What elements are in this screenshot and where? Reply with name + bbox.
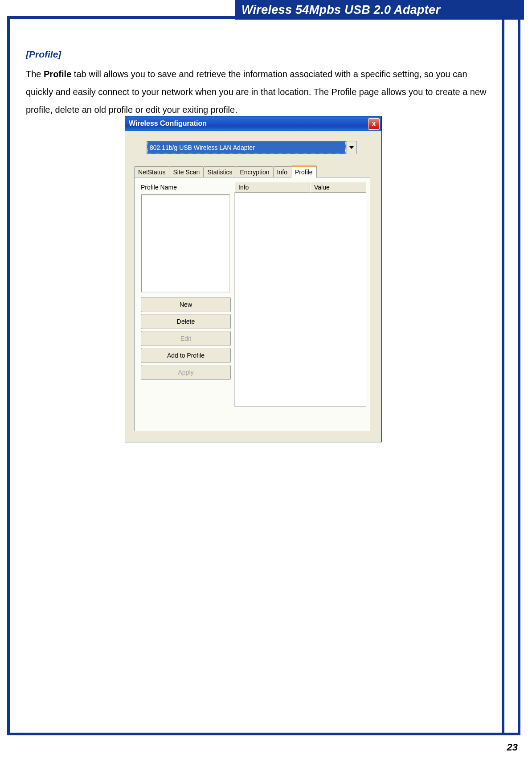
tab-profile[interactable]: Profile	[291, 165, 317, 178]
section-paragraph: The Profile tab will allows you to save …	[26, 65, 494, 119]
chevron-down-icon	[349, 146, 354, 149]
edit-button[interactable]: Edit	[141, 331, 231, 346]
tab-sitescan[interactable]: Site Scan	[169, 166, 204, 177]
combobox-arrow-button[interactable]	[346, 141, 356, 154]
adapter-combobox[interactable]: 802.11b/g USB Wireless LAN Adapter	[147, 141, 357, 154]
tab-encryption[interactable]: Encryption	[236, 166, 273, 177]
para-lead: The	[26, 69, 44, 79]
close-icon: X	[372, 120, 376, 128]
tab-info[interactable]: Info	[273, 166, 291, 177]
column-header-value[interactable]: Value	[310, 182, 366, 193]
info-value-header: Info Value	[234, 182, 366, 193]
tab-panel-profile: Profile Name Info Value New Delete Edit …	[134, 177, 370, 431]
label-profile-name: Profile Name	[141, 184, 177, 191]
profile-name-listbox[interactable]	[141, 194, 230, 293]
apply-button[interactable]: Apply	[141, 365, 231, 380]
close-button[interactable]: X	[368, 118, 380, 130]
page-header-text: Wireless 54Mpbs USB 2.0 Adapter	[241, 3, 440, 16]
section-title: [Profile]	[26, 49, 494, 60]
window-titlebar[interactable]: Wireless Configuration X	[125, 116, 381, 131]
tab-netstatus[interactable]: NetStatus	[134, 166, 169, 177]
page-number: 23	[507, 742, 518, 753]
new-button[interactable]: New	[141, 297, 231, 312]
window-client-area: 802.11b/g USB Wireless LAN Adapter NetSt…	[125, 131, 381, 442]
page-frame-right-stripe	[502, 19, 518, 733]
para-bold: Profile	[44, 69, 71, 79]
delete-button[interactable]: Delete	[141, 314, 231, 329]
info-value-listbox[interactable]	[234, 193, 366, 407]
para-rest: tab will allows you to save and retrieve…	[26, 69, 487, 115]
tab-bar: NetStatus Site Scan Statistics Encryptio…	[134, 166, 370, 177]
tab-statistics[interactable]: Statistics	[203, 166, 236, 177]
column-header-info[interactable]: Info	[234, 182, 310, 193]
wireless-config-window: Wireless Configuration X 802.11b/g USB W…	[125, 116, 382, 442]
body-text-block: [Profile] The Profile tab will allows yo…	[26, 49, 494, 119]
window-title: Wireless Configuration	[129, 120, 207, 128]
adapter-selected-value: 802.11b/g USB Wireless LAN Adapter	[147, 141, 346, 154]
add-to-profile-button[interactable]: Add to Profile	[141, 348, 231, 363]
